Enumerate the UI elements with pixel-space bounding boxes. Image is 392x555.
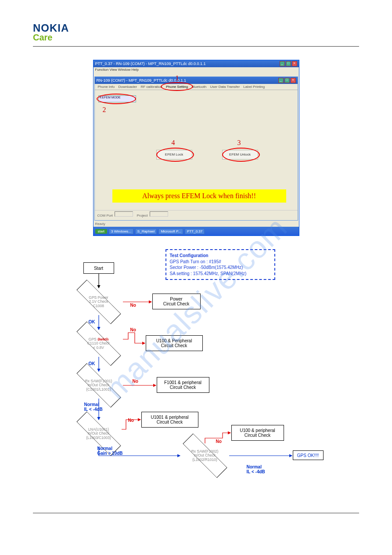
label-no: No (128, 418, 134, 423)
d4-text: (L1003/C1003) (86, 436, 111, 440)
r1-text: Power (170, 297, 182, 301)
taskbar-item[interactable]: PTT_0.37 (185, 229, 205, 234)
warning-banner: Always press EFEM Lock when finish!! (112, 189, 286, 203)
annotation-circle-2 (97, 94, 136, 104)
annotation-num-1: 1 (176, 74, 179, 82)
tab-downloader[interactable]: Downloader (117, 84, 138, 89)
inner-minimize-icon[interactable]: _ (278, 78, 284, 83)
r3-text: F1001 & peripheral (164, 380, 201, 385)
start-button[interactable]: start (95, 229, 108, 234)
inner-close-icon[interactable]: × (291, 78, 296, 83)
app-screenshot: PTT_0.37 - RN-109 (COM7) - MPT_RN109_PTT… (93, 60, 299, 236)
label-no: No (133, 379, 138, 384)
annotation-circle-1 (161, 82, 193, 91)
result-u1001-check: U1001 & peripheralCircuit Check (141, 412, 198, 428)
label-ok: OK (89, 319, 95, 324)
r4-text: U1001 & peripheral (151, 415, 188, 420)
taskbar-item[interactable]: S_Raphael (135, 229, 157, 234)
tab-bar[interactable]: Phone Info Downloader RF calibration Pho… (95, 84, 298, 90)
r5-text: U100 & peripheral (240, 428, 275, 433)
menu-bar[interactable]: Function View Window Help (94, 67, 299, 72)
outer-title-text: PTT_0.37 - RN-109 (COM7) - MPT_RN109_PTT… (95, 62, 206, 66)
annotation-circle-3 (222, 148, 260, 162)
status-project-label: Project (137, 214, 148, 218)
outer-titlebar: PTT_0.37 - RN-109 (COM7) - MPT_RN109_PTT… (94, 60, 299, 67)
maximize-icon[interactable]: □ (286, 61, 291, 66)
test-config-line: Sector Power : -50dBm(1575.42MHz) (170, 265, 271, 271)
windows-taskbar[interactable]: start 3 Windows... S_Raphael Microsoft P… (94, 227, 299, 236)
taskbar-item[interactable]: Microsoft P... (158, 229, 183, 234)
annotation-circle-4 (156, 148, 194, 162)
test-config-title: Test Configuration (170, 253, 271, 259)
logo-text-care: Care (33, 33, 359, 43)
result-gps-ok: GPS OK!!!! (293, 450, 324, 460)
tab-phone-info[interactable]: Phone Info (97, 84, 116, 89)
d1-text: C1008 (93, 304, 104, 308)
d3-text: (C1001/L1001) (86, 388, 111, 392)
decision-gps-switch: GPS Switch C1110 Check < 0.8V (75, 330, 123, 357)
annotation-num-2: 2 (103, 106, 106, 114)
decision-gps-power: GPS Power 2.1V Check C1008 (75, 289, 123, 315)
r3-text: Circuit Check (170, 385, 196, 390)
d2-text: < 0.8V (93, 346, 104, 350)
r2-text: Circuit Check (161, 343, 187, 348)
status-com-label: COM Port (97, 214, 113, 218)
r5-text: Circuit Check (245, 433, 270, 438)
label-normal-il: NormalIL < -4dB (247, 464, 265, 474)
label-no: No (130, 303, 136, 308)
tab-user-data-transfer[interactable]: User Data Transfer (209, 84, 241, 89)
close-icon[interactable]: × (292, 61, 297, 66)
result-f1001-check: F1001 & peripheralCircuit Check (157, 377, 209, 393)
label-normal: NormalIL < -4dB (84, 402, 103, 412)
decision-rx-saw-f1002: Rx SAW(F1002) In/Out Check (L1002/R1010) (181, 443, 229, 469)
annotation-num-3: 3 (237, 139, 241, 147)
gps-troubleshoot-flowchart: Test Configuration GPS Path Turn on : #1… (34, 249, 359, 495)
flow-start: Start (83, 262, 114, 274)
result-u100-peripheral: U100 & peripheralCircuit Check (231, 425, 284, 441)
minimize-icon[interactable]: _ (280, 61, 285, 66)
header-rule (33, 46, 359, 47)
result-power-check: PowerCircuit Check (152, 294, 201, 309)
test-configuration-box: Test Configuration GPS Path Turn on : #1… (165, 249, 275, 280)
test-config-line: GPS Path Turn on : #195# (170, 259, 271, 265)
decision-lna: LNA(U1001) In/Out Check (L1003/C1003) (75, 421, 123, 447)
tab-label-printing[interactable]: Label Printing (242, 84, 266, 89)
r2-text: U100 & Peripheral (156, 338, 192, 343)
brand-logo: NOKIA Care (33, 22, 359, 43)
taskbar-item[interactable]: 3 Windows... (109, 229, 133, 234)
status-bar: COM Port Project (95, 210, 298, 220)
test-config-line: SA setting : 1575.42MHz, SPAN(2MHz) (170, 271, 271, 277)
tab-rf-calibration[interactable]: RF calibration (139, 84, 163, 89)
footer-rule (33, 513, 359, 513)
r4-text: Circuit Check (157, 420, 183, 424)
d5-text: (L1002/R1010) (192, 458, 217, 462)
label-ok: OK (89, 361, 95, 366)
label-no: No (130, 327, 136, 332)
result-u100-check: U100 & PeripheralCircuit Check (146, 335, 203, 351)
inner-titlebar: RN-109 (COM7) - MPT_RN109_PTTLdc d0.0.0.… (95, 77, 298, 84)
r1-text: Circuit Check (163, 301, 189, 306)
annotation-num-4: 4 (172, 139, 175, 147)
inner-maximize-icon[interactable]: □ (284, 78, 290, 83)
decision-rx-saw-f1001: Rx SAW(F1001) In/Out Check (C1001/L1001) (75, 372, 123, 399)
label-normal-gain: NormalGain > 10dB (97, 446, 123, 456)
